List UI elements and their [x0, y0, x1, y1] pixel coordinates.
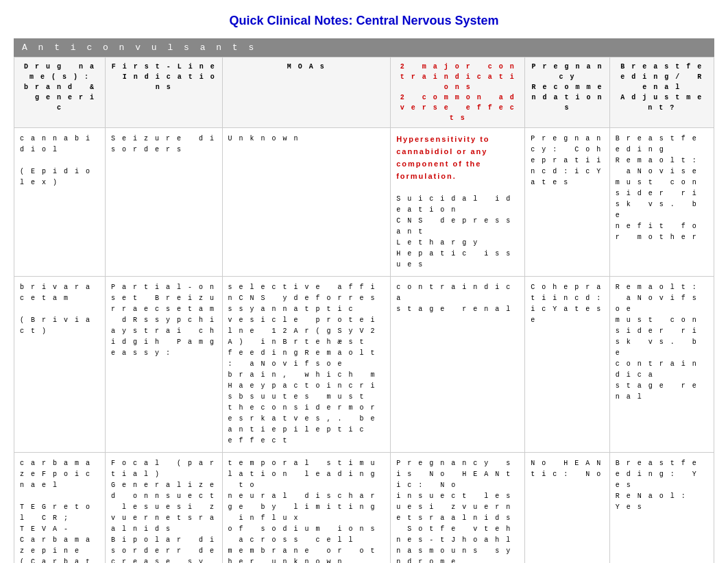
indications-brivaracetam: P a r t i a l - o n s e t B r e i z u r … — [105, 277, 222, 453]
pregnancy-cannabidiol: P r e g n a n c y : C o h e p r a t i i … — [525, 128, 610, 277]
contraindications-carbamazepine: P r e g n a n c y s i s N o H E A N t i … — [391, 453, 525, 564]
header-drug: D r u g n a m e ( s ) : b r a n d & g e … — [14, 58, 106, 128]
main-table: D r u g n a m e ( s ) : b r a n d & g e … — [14, 57, 714, 563]
table-row: b r i v a r a c e t a m ( B r i v i a c … — [14, 277, 714, 453]
section-header: A n t i c o n v u l s a n t s — [14, 38, 714, 57]
indications-cannabidiol: S e i z u r e d i s o r d e r s — [105, 128, 222, 277]
table-row: c a r b a m a z e F p o i c n a e l T E … — [14, 453, 714, 564]
drug-name-cannabidiol: c a n n a b i d i o l ( E p i d i o l e … — [14, 128, 106, 277]
header-pregnancy: P r e g n a n c y R e c o m m e n d a t … — [525, 58, 610, 128]
table-row: c a n n a b i d i o l ( E p i d i o l e … — [14, 128, 714, 277]
header-indications: F i r s t - L i n e I n d i c a t i o n … — [105, 58, 222, 128]
moa-cannabidiol: U n k n o w n — [222, 128, 391, 277]
contraindications-cannabidiol: Hypersensitivity to cannabidiol or any c… — [391, 128, 525, 277]
header-contraindications: 2 m a j o r c o n t r a i n d i c a t i … — [391, 58, 525, 128]
moa-carbamazepine: t e m p o r a l s t i m u l a t i o n l … — [222, 453, 391, 564]
hepatic-cannabidiol: B r e a s t f e e d i n g R e m a o l t … — [609, 128, 714, 277]
header-moa: M O A s — [222, 58, 391, 128]
indications-carbamazepine: F o c a l ( p a r t i a l ) G e n e r a … — [105, 453, 222, 564]
drug-name-brivaracetam: b r i v a r a c e t a m ( B r i v i a c … — [14, 277, 106, 453]
moa-brivaracetam: s e l e c t i v e a f f i n C N S y d e … — [222, 277, 391, 453]
drug-name-carbamazepine: c a r b a m a z e F p o i c n a e l T E … — [14, 453, 106, 564]
pregnancy-carbamazepine: N o H E A N t i c : N o — [525, 453, 610, 564]
hepatic-brivaracetam: R e m a o l t : a N o v i f s o e m u s … — [609, 277, 714, 453]
contraindications-brivaracetam: c o n t r a i n d i c a s t a g e r e n … — [391, 277, 525, 453]
red-contraindication-text: Hypersensitivity to cannabidiol or any c… — [396, 135, 489, 180]
hepatic-carbamazepine: B r e a s t f e e d i n g : Y e s R e N … — [609, 453, 714, 564]
page-title: Quick Clinical Notes: Central Nervous Sy… — [0, 0, 728, 38]
pregnancy-brivaracetam: C o h e p r a t i i n c d : i c Y a t e … — [525, 277, 610, 453]
header-hepatic: B r e a s t f e e d i n g / R e n a l A … — [609, 58, 714, 128]
